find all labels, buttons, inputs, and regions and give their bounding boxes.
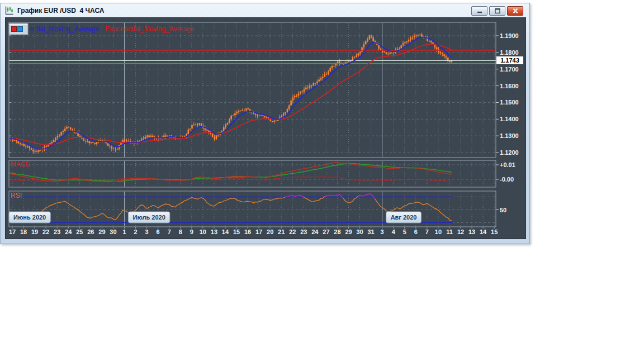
legend-slow-ma-label: Exponential_Moving_Average [105, 25, 195, 33]
chart-area: 1.19001.18001.17001.16001.15001.14001.13… [5, 17, 526, 239]
candlestick-chart-icon [3, 5, 14, 16]
x-tick-label: 8 [179, 228, 182, 235]
price-tick-label: 1.1700 [500, 66, 519, 73]
window-title: График EUR /USD 4 ЧАСА [17, 7, 104, 15]
x-tick-label: 5 [403, 228, 406, 235]
price-tick-label: 1.1400 [500, 116, 519, 122]
x-tick-label: 26 [87, 228, 94, 235]
rsi-tick-label: 50 [500, 207, 506, 213]
macd-panel-label: MACD [11, 160, 31, 168]
x-tick-label: 24 [311, 228, 319, 235]
x-tick-label: 14 [222, 228, 229, 235]
x-tick-label: 24 [65, 228, 72, 235]
close-button[interactable] [507, 6, 523, 16]
x-tick-label: 19 [31, 228, 38, 235]
x-tick-label: 4 [392, 228, 396, 235]
x-tick-label: 7 [168, 228, 171, 235]
x-tick-label: 15 [233, 228, 240, 235]
x-tick-label: 14 [480, 228, 487, 235]
x-tick-label: 16 [244, 228, 251, 235]
x-tick-label: 6 [414, 228, 418, 235]
indicator-buttons-panel[interactable] [9, 23, 28, 35]
x-tick-label: 30 [110, 228, 116, 235]
x-tick-label: 23 [300, 228, 307, 235]
macd-tick-label: -0.00 [500, 176, 514, 183]
x-tick-label: 10 [435, 228, 442, 235]
x-tick-label: 3 [381, 228, 384, 235]
title-bar[interactable]: График EUR /USD 4 ЧАСА [1, 3, 529, 17]
x-tick-label: 13 [468, 228, 475, 235]
x-tick-label: 6 [157, 228, 160, 235]
price-tick-label: 1.1900 [500, 32, 519, 39]
x-tick-label: 27 [323, 228, 329, 235]
x-tick-label: 1 [122, 228, 126, 235]
price-tick-label: 1.1500 [500, 99, 519, 106]
x-tick-label: 9 [190, 228, 193, 235]
price-tick-label: 1.1800 [500, 49, 519, 56]
ema-layer [9, 37, 452, 149]
x-tick-label: 13 [211, 228, 217, 235]
x-tick-label: 20 [267, 228, 273, 235]
x-tick-label: 31 [367, 228, 374, 235]
minimize-button[interactable] [471, 6, 487, 16]
blue-indicator-swatch[interactable] [18, 27, 23, 32]
x-tick-label: 22 [289, 228, 296, 235]
x-tick-label: 18 [20, 228, 27, 235]
legend-fast-ma-label: ential_Moving_Average [29, 25, 100, 33]
x-tick-label: 22 [42, 228, 49, 235]
x-tick-label: 28 [334, 228, 340, 235]
current-price-marker: 1.1743 [496, 56, 523, 64]
x-tick-label: 17 [255, 228, 262, 235]
x-tick-label: 10 [200, 228, 206, 235]
rsi-panel-label: RSI [11, 192, 22, 199]
x-tick-label: 29 [98, 228, 105, 235]
x-tick-label: 25 [76, 228, 83, 235]
axis-labels: 1.19001.18001.17001.16001.15001.14001.13… [9, 32, 519, 235]
x-tick-label: 7 [425, 228, 429, 235]
x-tick-label: 2 [134, 228, 137, 235]
maximize-button[interactable] [489, 6, 505, 16]
price-tick-label: 1.1600 [500, 83, 519, 89]
month-label: Авг 2020 [391, 214, 417, 221]
price-tick-label: 1.1200 [500, 149, 519, 156]
month-separator-lines [125, 23, 382, 226]
price-tick-label: 1.1300 [500, 132, 519, 139]
chart-window: График EUR /USD 4 ЧАСА 1.19001.18001.170… [0, 3, 530, 244]
x-tick-label: 15 [491, 228, 498, 235]
x-tick-label: 30 [356, 228, 363, 235]
macd-tick-label: +0.01 [500, 161, 515, 168]
grid-layer [10, 23, 495, 226]
month-label: Июль 2020 [133, 214, 165, 221]
current-price-label: 1.1743 [500, 57, 519, 64]
desktop: { "window": { "title": "График EUR /USD … [0, 0, 644, 362]
month-label: Июнь 2020 [13, 214, 46, 221]
x-tick-label: 29 [345, 228, 352, 235]
x-tick-label: 21 [278, 228, 285, 235]
chart-canvas[interactable]: 1.19001.18001.17001.16001.15001.14001.13… [6, 18, 525, 239]
x-tick-label: 11 [446, 228, 453, 235]
panel-borders [9, 22, 496, 227]
red-indicator-swatch[interactable] [12, 27, 17, 32]
x-tick-label: 3 [145, 228, 149, 235]
month-labels: Июнь 2020Июль 2020Авг 2020 [9, 212, 421, 223]
x-tick-label: 17 [9, 228, 16, 235]
x-tick-label: 12 [457, 228, 464, 235]
x-tick-label: 23 [54, 228, 60, 235]
